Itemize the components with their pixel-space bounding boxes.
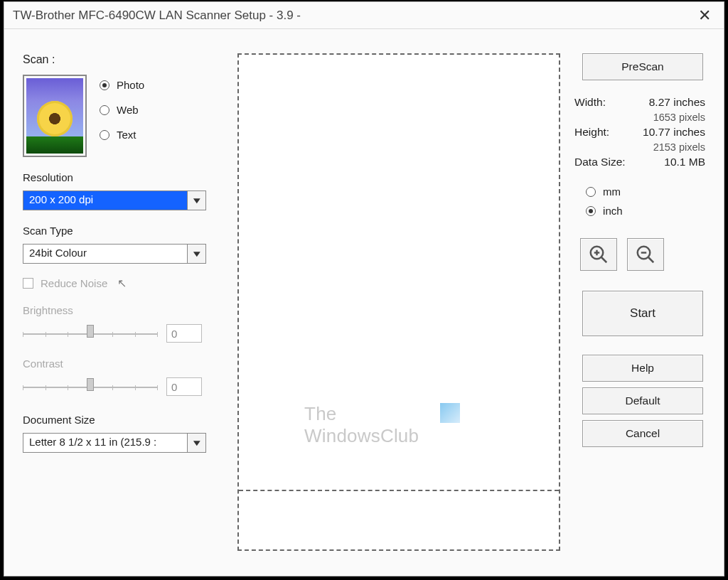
unit-inch[interactable]: inch [586, 205, 711, 217]
unit-label: mm [603, 186, 621, 198]
docsize-value: Letter 8 1/2 x 11 in (215.9 : [23, 434, 187, 452]
contrast-value[interactable]: 0 [166, 377, 202, 396]
svg-line-5 [648, 257, 654, 263]
reduce-noise-checkbox[interactable]: Reduce Noise ↖ [23, 276, 223, 290]
document-size-select[interactable]: Letter 8 1/2 x 11 in (215.9 : ▼ [23, 433, 206, 453]
radio-icon [100, 105, 109, 115]
close-icon[interactable]: ✕ [694, 6, 715, 25]
datasize-value: 10.1 MB [626, 156, 711, 168]
scan-mode-text[interactable]: Text [100, 129, 144, 141]
preview-area[interactable]: The WindowsClub [237, 53, 560, 551]
default-button[interactable]: Default [582, 387, 703, 414]
scantype-value: 24bit Colour [23, 245, 187, 263]
scan-mode-web[interactable]: Web [100, 104, 144, 116]
contrast-label: Contrast [23, 358, 223, 370]
contrast-slider[interactable] [23, 377, 158, 397]
chevron-down-icon[interactable]: ▼ [187, 191, 205, 210]
radio-icon [586, 187, 596, 197]
scanner-dialog: TW-Brother MFC-6490CW LAN Scanner Setup … [4, 1, 724, 576]
width-pixels: 1653 pixels [626, 112, 711, 123]
scan-mode-label: Text [117, 129, 136, 141]
radio-icon [586, 206, 596, 216]
scan-mode-photo[interactable]: Photo [100, 79, 144, 91]
brightness-value[interactable]: 0 [166, 324, 202, 343]
watermark-logo-icon [440, 403, 460, 423]
help-button[interactable]: Help [582, 355, 703, 382]
chevron-down-icon[interactable]: ▼ [187, 245, 205, 263]
zoom-out-button[interactable] [627, 238, 664, 271]
window-title: TW-Brother MFC-6490CW LAN Scanner Setup … [13, 9, 301, 23]
zoom-in-button[interactable] [580, 238, 617, 271]
scan-thumbnail [23, 75, 87, 157]
preview-crop-line [239, 490, 559, 491]
titlebar: TW-Brother MFC-6490CW LAN Scanner Setup … [4, 2, 724, 29]
height-pixels: 2153 pixels [626, 141, 711, 153]
start-button[interactable]: Start [582, 291, 703, 336]
watermark-line2: WindowsClub [304, 425, 419, 447]
datasize-label: Data Size: [574, 156, 626, 168]
scantype-label: Scan Type [23, 225, 223, 237]
resolution-value: 200 x 200 dpi [23, 191, 187, 210]
unit-label: inch [603, 205, 623, 217]
radio-icon [100, 80, 109, 90]
cancel-button[interactable]: Cancel [582, 420, 703, 447]
watermark: The WindowsClub [304, 403, 460, 447]
chevron-down-icon[interactable]: ▼ [187, 434, 205, 452]
height-value: 10.77 inches [626, 126, 711, 139]
unit-mm[interactable]: mm [586, 186, 711, 198]
radio-icon [100, 130, 109, 140]
scan-label: Scan : [23, 53, 223, 66]
width-label: Width: [574, 96, 626, 109]
scan-mode-label: Photo [117, 79, 144, 91]
zoom-out-icon [635, 244, 656, 265]
prescan-button[interactable]: PreScan [582, 53, 703, 80]
watermark-line1: The [304, 403, 419, 425]
width-value: 8.27 inches [626, 96, 711, 109]
zoom-in-icon [588, 244, 609, 265]
cursor-icon: ↖ [117, 276, 127, 290]
docsize-label: Document Size [23, 414, 223, 426]
height-label: Height: [574, 126, 626, 139]
brightness-slider[interactable] [23, 323, 158, 343]
checkbox-icon [23, 278, 33, 289]
scan-mode-label: Web [117, 104, 139, 116]
brightness-label: Brightness [23, 304, 223, 316]
resolution-label: Resolution [23, 171, 223, 183]
reduce-noise-label: Reduce Noise [41, 277, 107, 289]
scantype-select[interactable]: 24bit Colour ▼ [23, 244, 206, 264]
svg-line-1 [601, 257, 607, 263]
resolution-select[interactable]: 200 x 200 dpi ▼ [23, 190, 206, 210]
